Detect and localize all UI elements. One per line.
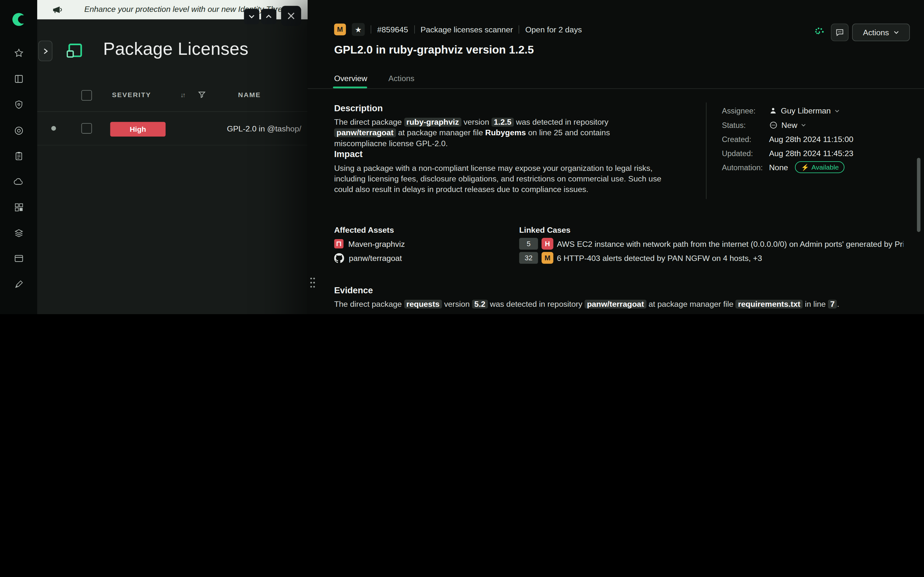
issue-severity-badge: M	[334, 23, 346, 35]
drawer-scrollbar[interactable]	[917, 158, 921, 232]
sidebar-item-favorites[interactable]	[0, 48, 37, 58]
sidebar-item-reports[interactable]	[0, 151, 37, 161]
collapse-panel-button[interactable]	[38, 41, 52, 61]
actions-button[interactable]: Actions	[852, 23, 910, 41]
linked-case[interactable]: 32 M 6 HTTP-403 alerts detected by PAN N…	[519, 251, 762, 265]
sort-icon[interactable]: ↓↑	[180, 91, 184, 98]
meta-updated-row: Updated: Aug 28th 2024 11:45:23	[722, 146, 916, 160]
description-heading: Description	[334, 103, 383, 113]
automation-available-badge[interactable]: ⚡ Available	[795, 161, 845, 173]
banner-close-button[interactable]	[281, 6, 301, 26]
linked-cases-heading: Linked Cases	[519, 226, 570, 234]
chevron-down-icon	[801, 122, 806, 127]
impact-text: Using a package with a non-compliant lic…	[334, 163, 678, 195]
close-icon	[287, 12, 295, 20]
star-icon	[13, 48, 24, 58]
module-icon	[67, 42, 83, 58]
meta-created-row: Created: Aug 28th 2024 11:15:00	[722, 132, 916, 146]
affected-assets-heading: Affected Assets	[334, 226, 394, 234]
chevron-up-icon	[265, 13, 272, 20]
chat-icon	[835, 27, 845, 37]
case-count-badge: 32	[519, 252, 538, 264]
active-tab-underline	[333, 87, 367, 89]
lightning-icon: ⚡	[801, 163, 809, 171]
star-toggle[interactable]: ★	[352, 23, 365, 36]
asset-item[interactable]: panw/terragoat	[334, 251, 402, 265]
nav-sidebar: ⚙ ? JH	[0, 0, 37, 314]
sidebar-item-playbooks[interactable]	[0, 279, 37, 290]
comments-button[interactable]	[831, 23, 849, 41]
meta-assignee-row: Assignee: Guy Liberman	[722, 103, 916, 118]
evidence-text: The direct package requests version 5.2 …	[334, 299, 888, 309]
megaphone-icon	[51, 4, 63, 15]
impact-heading: Impact	[334, 149, 363, 159]
evidence-heading: Evidence	[334, 285, 373, 295]
sidebar-item-exposure[interactable]	[0, 125, 37, 136]
status-text: New	[782, 121, 798, 129]
sidebar-item-assets[interactable]	[0, 253, 37, 264]
asset-item[interactable]: Maven-graphviz	[334, 237, 405, 251]
chevron-down-icon	[834, 108, 840, 113]
status-value[interactable]: New	[769, 121, 806, 129]
maven-package-icon	[334, 239, 343, 248]
github-icon	[334, 253, 344, 263]
sidebar-item-widgets[interactable]	[0, 202, 37, 213]
case-title: AWS EC2 instance with network path from …	[557, 239, 903, 248]
issue-header-row: M ★ #859645 Package licenses scanner Ope…	[334, 23, 582, 37]
shield-icon	[13, 99, 24, 110]
status-new-icon	[769, 121, 778, 129]
select-all-checkbox[interactable]	[81, 90, 92, 101]
updated-label: Updated:	[722, 149, 769, 158]
app-root: Enhance your protection level with our n…	[0, 0, 924, 314]
banner-next-button[interactable]	[261, 9, 276, 24]
target-icon	[13, 125, 24, 136]
linked-case[interactable]: 5 H AWS EC2 instance with network path f…	[519, 237, 903, 251]
person-icon	[769, 106, 777, 115]
browser-icon	[13, 253, 24, 264]
banner-prev-button[interactable]	[244, 9, 259, 24]
actions-button-label: Actions	[863, 28, 889, 37]
meta-panel: Assignee: Guy Liberman Status: New Creat…	[722, 103, 916, 174]
filter-icon[interactable]	[197, 90, 206, 99]
sidebar-item-cloud[interactable]	[0, 177, 37, 187]
issue-title: GPL2.0 in ruby-graphviz version 1.2.5	[334, 44, 534, 56]
issue-id: #859645	[377, 25, 409, 34]
pen-icon	[13, 279, 24, 290]
issue-source: Package licenses scanner	[421, 25, 513, 34]
cloud-icon	[13, 177, 24, 187]
sidebar-item-threats[interactable]	[0, 99, 37, 110]
sidebar-item-layers[interactable]	[0, 228, 37, 239]
brand-logo-icon[interactable]	[0, 12, 37, 27]
divider	[371, 25, 371, 34]
unread-dot	[51, 126, 56, 131]
sidebar-item-dashboards[interactable]	[0, 74, 37, 84]
table-row[interactable]: High GPL-2.0 in @tashop/	[37, 112, 308, 145]
issue-age: Open for 2 days	[525, 25, 582, 34]
row-checkbox[interactable]	[81, 123, 92, 134]
divider	[414, 25, 415, 34]
automation-label: Automation:	[722, 163, 769, 172]
case-count-badge: 5	[519, 238, 538, 250]
automation-value: None	[769, 163, 788, 172]
assignee-name: Guy Liberman	[781, 106, 831, 115]
updated-value: Aug 28th 2024 11:45:23	[769, 149, 853, 158]
assignee-value[interactable]: Guy Liberman	[769, 106, 840, 115]
tabs-divider	[308, 89, 924, 89]
clipboard-icon	[13, 151, 24, 161]
tab-overview[interactable]: Overview	[334, 74, 367, 83]
drawer-resize-handle[interactable]	[309, 276, 316, 290]
column-header-severity[interactable]: SEVERITY	[112, 91, 151, 98]
automation-spark-icon[interactable]	[812, 25, 825, 38]
description-text: The direct package ruby-graphviz version…	[334, 117, 657, 149]
created-label: Created:	[722, 135, 769, 143]
asset-name: panw/terragoat	[349, 253, 402, 263]
case-title: 6 HTTP-403 alerts detected by PAN NGFW o…	[557, 253, 762, 263]
tab-actions[interactable]: Actions	[388, 74, 414, 83]
case-severity-badge: M	[541, 252, 553, 264]
created-value: Aug 28th 2024 11:15:00	[769, 135, 853, 143]
column-header-name[interactable]: NAME	[238, 91, 261, 98]
widgets-icon	[13, 202, 24, 213]
severity-badge: High	[110, 122, 166, 137]
row-issue-name[interactable]: GPL-2.0 in @tashop/	[227, 124, 301, 133]
divider	[519, 25, 519, 34]
